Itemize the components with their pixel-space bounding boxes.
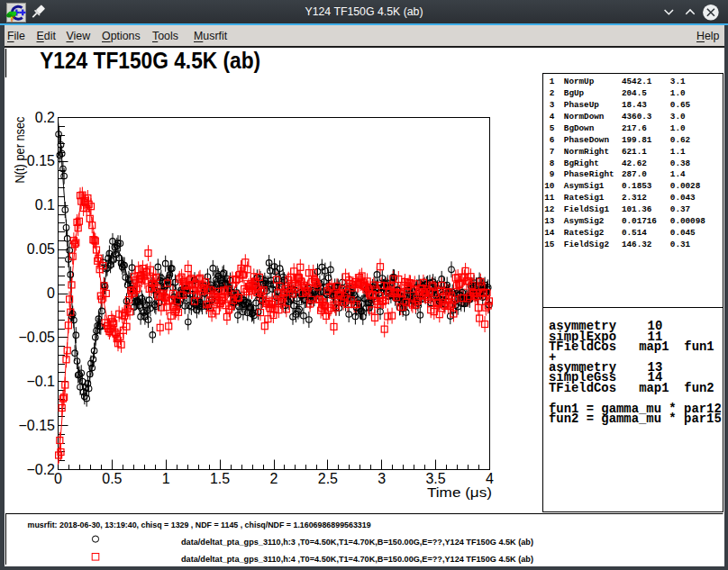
- svg-text:0.62: 0.62: [670, 135, 691, 145]
- svg-text:6: 6: [550, 135, 555, 145]
- svg-text:NormUp: NormUp: [564, 77, 595, 86]
- svg-text:data/deltat_pta_gps_3110,h:3 ,: data/deltat_pta_gps_3110,h:3 ,T0=4.50K,T…: [181, 538, 533, 547]
- svg-text:fun1: fun1: [684, 339, 714, 354]
- svg-text:0.65: 0.65: [670, 100, 691, 110]
- svg-text:9: 9: [550, 169, 555, 179]
- svg-text:−0.05: −0.05: [19, 330, 56, 345]
- svg-text:2: 2: [550, 88, 555, 98]
- svg-text:0.1: 0.1: [35, 197, 55, 213]
- svg-text:FieldSig2: FieldSig2: [564, 240, 610, 249]
- svg-text:8: 8: [550, 158, 555, 168]
- svg-text:−0.15: −0.15: [19, 418, 56, 433]
- svg-text:BgUp: BgUp: [564, 88, 585, 98]
- svg-text:musrfit: 2018-06-30, 13:19:40,: musrfit: 2018-06-30, 13:19:40, chisq = 1…: [28, 520, 371, 529]
- svg-text:0.31: 0.31: [670, 240, 691, 249]
- svg-text:map1: map1: [639, 339, 669, 354]
- svg-text:1: 1: [550, 77, 555, 86]
- svg-text:15: 15: [544, 240, 555, 249]
- svg-text:0.0028: 0.0028: [670, 181, 701, 191]
- svg-text:0.37: 0.37: [670, 204, 690, 214]
- svg-text:TFieldCos: TFieldCos: [549, 339, 616, 354]
- svg-text:0.045: 0.045: [670, 228, 696, 238]
- svg-text:data/deltat_pta_gps_3110,h:4 ,: data/deltat_pta_gps_3110,h:4 ,T0=4.50K,T…: [181, 555, 533, 564]
- svg-text:1.1: 1.1: [670, 147, 686, 157]
- svg-text:12: 12: [544, 204, 555, 214]
- svg-text:0.15: 0.15: [27, 153, 55, 168]
- svg-text:0.01716: 0.01716: [622, 216, 657, 226]
- svg-text:0.00098: 0.00098: [670, 216, 705, 226]
- svg-text:0.1853: 0.1853: [622, 181, 652, 191]
- svg-text:RateSig2: RateSig2: [564, 228, 605, 238]
- svg-text:199.81: 199.81: [622, 135, 652, 145]
- svg-text:18.43: 18.43: [622, 100, 647, 110]
- svg-text:13: 13: [544, 216, 555, 226]
- svg-text:PhaseDown: PhaseDown: [564, 135, 610, 145]
- svg-text:0.2: 0.2: [35, 110, 55, 125]
- svg-text:10: 10: [544, 181, 555, 191]
- svg-text:3.1: 3.1: [670, 77, 686, 86]
- svg-text:map1: map1: [639, 381, 669, 395]
- svg-text:0.043: 0.043: [670, 193, 696, 203]
- svg-text:−0.2: −0.2: [26, 462, 55, 477]
- svg-text:1: 1: [162, 471, 170, 486]
- svg-text:42.62: 42.62: [622, 158, 647, 168]
- svg-text:Y124 TF150G 4.5K (ab): Y124 TF150G 4.5K (ab): [40, 49, 260, 73]
- svg-text:fun2 = gamma_mu * par15: fun2 = gamma_mu * par15: [549, 412, 722, 426]
- svg-text:3.0: 3.0: [670, 112, 686, 122]
- svg-text:0.5: 0.5: [102, 471, 122, 486]
- svg-text:fun2: fun2: [684, 381, 714, 395]
- svg-text:287.0: 287.0: [622, 169, 647, 179]
- svg-text:1.0: 1.0: [670, 123, 686, 133]
- svg-text:FieldSig1: FieldSig1: [564, 204, 610, 214]
- svg-text:NormRight: NormRight: [564, 147, 609, 157]
- svg-text:0.514: 0.514: [622, 228, 647, 238]
- svg-text:PhaseRight: PhaseRight: [564, 169, 614, 179]
- svg-text:1.5: 1.5: [210, 471, 230, 486]
- svg-text:1.0: 1.0: [670, 88, 686, 98]
- svg-text:1.4: 1.4: [670, 169, 686, 179]
- svg-text:AsymSig2: AsymSig2: [564, 216, 605, 226]
- svg-text:NormDown: NormDown: [564, 112, 605, 122]
- svg-text:3: 3: [378, 471, 386, 486]
- svg-text:0.05: 0.05: [27, 241, 55, 257]
- svg-text:PhaseUp: PhaseUp: [564, 100, 599, 110]
- svg-text:146.32: 146.32: [622, 240, 652, 249]
- svg-text:0: 0: [47, 285, 55, 301]
- svg-text:AsymSig1: AsymSig1: [564, 181, 605, 191]
- svg-text:2.312: 2.312: [622, 193, 647, 203]
- svg-text:14: 14: [544, 228, 555, 238]
- svg-text:621.1: 621.1: [622, 147, 647, 157]
- svg-text:4: 4: [550, 112, 555, 122]
- svg-text:TFieldCos: TFieldCos: [549, 381, 616, 395]
- svg-text:217.6: 217.6: [622, 123, 647, 133]
- svg-text:BgRight: BgRight: [564, 158, 599, 168]
- svg-text:3: 3: [550, 100, 555, 110]
- svg-text:BgDown: BgDown: [564, 123, 595, 133]
- svg-text:N(t) per nsec: N(t) per nsec: [13, 117, 27, 184]
- svg-text:RateSig1: RateSig1: [564, 193, 605, 203]
- svg-text:11: 11: [544, 193, 555, 203]
- svg-text:101.36: 101.36: [622, 204, 652, 214]
- svg-text:4542.1: 4542.1: [622, 77, 652, 86]
- svg-text:0: 0: [54, 471, 62, 486]
- svg-text:−0.1: −0.1: [26, 374, 55, 389]
- svg-text:Time (μs): Time (μs): [427, 484, 492, 500]
- svg-text:2: 2: [270, 471, 278, 486]
- svg-text:5: 5: [550, 123, 555, 133]
- svg-text:0.38: 0.38: [670, 158, 691, 168]
- svg-text:7: 7: [550, 147, 555, 157]
- svg-text:4360.3: 4360.3: [622, 112, 652, 122]
- svg-text:204.5: 204.5: [622, 88, 647, 98]
- svg-text:2.5: 2.5: [318, 471, 338, 486]
